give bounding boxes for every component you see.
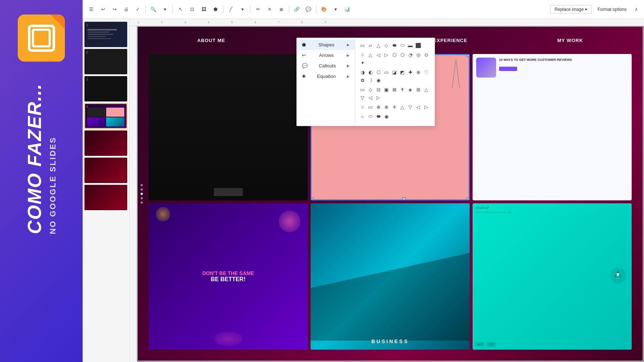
slide-thumb-5[interactable]: 5	[84, 130, 127, 156]
dropdown-arrows[interactable]: ↩ Arrows ▶	[297, 50, 355, 61]
slide-thumb-6[interactable]: 6	[84, 158, 127, 183]
shape-s8[interactable]: ◁	[415, 103, 422, 111]
card-business[interactable]: BUSINESS	[311, 203, 470, 350]
dot-4[interactable]	[141, 197, 143, 199]
shape-right-tri[interactable]: ▷	[383, 51, 390, 58]
shape-r6[interactable]: ✝	[399, 86, 406, 93]
shape-r10[interactable]: ▽	[359, 94, 366, 101]
shape-r11[interactable]: ◁	[367, 94, 374, 101]
shape-tear[interactable]: ◉	[375, 76, 382, 84]
shape-half[interactable]: ◐	[367, 68, 374, 76]
slide-thumb-4[interactable]: 4	[84, 103, 127, 129]
theme-btn[interactable]: 🎨	[319, 4, 329, 14]
shape-oval[interactable]: ⬭	[399, 42, 406, 49]
shape-s3[interactable]: ⊗	[375, 103, 382, 111]
dropdown-equation[interactable]: ✚ Equation ▶	[297, 71, 355, 82]
shape-rect4[interactable]: ⬛	[415, 42, 422, 49]
shape-rect[interactable]: ▭	[359, 42, 366, 49]
shape-r8[interactable]: ⊞	[415, 86, 422, 93]
shape-t1[interactable]: ○	[359, 113, 366, 120]
shape-rect2[interactable]: ▱	[367, 42, 374, 49]
shape-star[interactable]: ✦	[359, 59, 366, 66]
handle-bl[interactable]	[311, 197, 313, 200]
handle-bm[interactable]	[402, 197, 406, 200]
shape-t3[interactable]: ⬬	[375, 113, 382, 120]
shape-s1[interactable]: ○	[359, 103, 366, 111]
slide-thumb-3[interactable]: 3	[84, 76, 127, 101]
shape-pent[interactable]: ⬠	[399, 51, 406, 58]
shape-round-rect[interactable]: ⬬	[391, 42, 398, 49]
shape-plus[interactable]: ✚	[407, 68, 414, 76]
dot-3[interactable]	[141, 193, 143, 195]
comment-btn[interactable]: 💬	[303, 4, 313, 14]
slide-thumb-7[interactable]: 7	[84, 185, 127, 210]
shape-s2[interactable]: ▭	[367, 103, 374, 111]
shape-r7[interactable]: ◈	[407, 86, 414, 93]
shape-frame[interactable]: ⎔	[375, 68, 382, 76]
spellcheck-btn[interactable]: ✓	[133, 4, 143, 14]
slide-thumb-2[interactable]: 2	[84, 49, 127, 74]
card-sport[interactable]: SPORT	[149, 54, 308, 200]
line-btn[interactable]: ╱	[226, 4, 236, 14]
shape-btn[interactable]: ⬟	[210, 4, 220, 14]
shape-clock[interactable]: ◑	[359, 68, 366, 76]
shape-triangle[interactable]: △	[375, 42, 382, 49]
handle-tr[interactable]	[467, 54, 470, 57]
shape-r9[interactable]: △	[423, 86, 430, 93]
shape-ring[interactable]: ◎	[415, 51, 422, 58]
card-space[interactable]: DON'T BE THE SAME BE BETTER!	[149, 203, 308, 350]
slide-thumb-1[interactable]: 1	[84, 22, 127, 47]
shape-s7[interactable]: ▽	[407, 103, 414, 111]
shape-circle[interactable]: ○	[359, 51, 366, 58]
shape-gear[interactable]: ✿	[359, 76, 366, 84]
zoom-dropdown[interactable]: ▾	[160, 4, 170, 14]
shape-doc[interactable]: ▭	[383, 68, 390, 76]
pen-btn[interactable]: ✏	[253, 4, 263, 14]
handle-br[interactable]	[467, 197, 470, 200]
shape-s5[interactable]: ✛	[391, 103, 398, 111]
shape-t4[interactable]: ◉	[383, 113, 390, 120]
dropdown-callouts[interactable]: 💬 Callouts ▶	[297, 61, 355, 71]
link-btn[interactable]: 🔗	[292, 4, 302, 14]
theme-dropdown[interactable]: ▾	[331, 4, 341, 14]
list2-btn[interactable]: ≣	[276, 4, 286, 14]
shape-s4[interactable]: ⊕	[383, 103, 390, 111]
dropdown-shapes[interactable]: ⬟ Shapes ▶	[297, 39, 355, 50]
zoom-btn[interactable]: 🔍	[148, 4, 158, 14]
menu-btn[interactable]: ☰	[86, 4, 96, 14]
shape-left-tri[interactable]: ◁	[375, 51, 382, 58]
dot-1[interactable]	[141, 184, 143, 186]
replace-image-btn[interactable]: Replace image ▾	[550, 5, 592, 14]
list-btn[interactable]: ≡	[265, 4, 275, 14]
image-btn[interactable]: 🖼	[199, 4, 209, 14]
shape-ring2[interactable]: ⊙	[423, 51, 430, 58]
shape-r2[interactable]: ◇	[367, 86, 374, 93]
shape-arc[interactable]: ◔	[407, 51, 414, 58]
shape-s9[interactable]: ▷	[423, 103, 430, 111]
shape-r1[interactable]: ▭	[359, 86, 366, 93]
line-dropdown[interactable]: ▾	[237, 4, 248, 14]
shape-diamond[interactable]: ◇	[383, 42, 390, 49]
shape-cross[interactable]: ⊕	[415, 68, 422, 76]
print-btn[interactable]: 🖨	[121, 4, 131, 14]
shape-s6[interactable]: △	[399, 103, 406, 111]
shape-r3[interactable]: ⊟	[375, 86, 382, 93]
expand-btn[interactable]: ∧	[632, 5, 640, 13]
shape-moon[interactable]: ☽	[367, 76, 374, 84]
shape-tri2[interactable]: △	[367, 51, 374, 58]
shape-r12[interactable]: ▷	[375, 94, 382, 101]
card-startup[interactable]: STARTUP STOP YOUR ACCOUNT IN NO TIME	[473, 203, 632, 350]
textbox-btn[interactable]: ⊡	[187, 4, 197, 14]
undo-btn[interactable]: ↩	[98, 4, 108, 14]
format-options-btn[interactable]: Format options	[593, 5, 631, 13]
shape-rect3[interactable]: ▬	[407, 42, 414, 49]
dot-2[interactable]	[141, 188, 143, 191]
shape-hex[interactable]: ⬡	[391, 51, 398, 58]
shape-t2[interactable]: ⬭	[367, 113, 374, 120]
present-btn[interactable]: 📊	[342, 4, 352, 14]
shape-r4[interactable]: ▣	[383, 86, 390, 93]
shape-heart[interactable]: ♡	[423, 68, 430, 76]
shape-corner[interactable]: ◩	[399, 68, 406, 76]
shape-tab[interactable]: ◪	[391, 68, 398, 76]
redo-btn[interactable]: ↪	[109, 4, 120, 14]
